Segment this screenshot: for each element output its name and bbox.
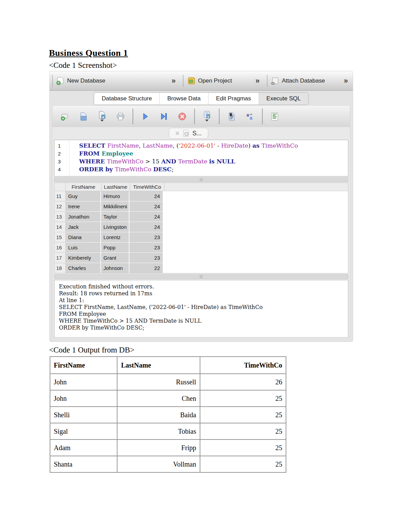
sql-tab-bar: × S... [52,127,350,140]
execute-current-line-button[interactable] [154,112,173,121]
result-row[interactable]: 13 Jonathon Taylor 24 [54,212,348,222]
toolbar-drag-handle[interactable] [51,75,54,87]
db-browser-window: + New Database » Open Project » [50,71,353,342]
svg-text:a: a [247,113,249,117]
open-sql-file-button[interactable] [74,112,93,121]
result-lastname-cell[interactable]: Popp [101,243,129,253]
result-lastname-cell[interactable]: Himuro [101,191,129,201]
line-number: 4 [54,165,69,173]
result-firstname-cell[interactable]: Jonathon [66,212,101,222]
new-database-button[interactable]: + New Database [54,75,108,87]
result-timewithco-cell[interactable]: 23 [129,243,163,253]
view-tab-execute-sql[interactable]: Execute SQL [259,93,308,104]
result-timewithco-cell[interactable]: 23 [129,253,163,263]
result-row[interactable]: 12 Irene Mikkilineni 24 [54,201,348,212]
export-doc-button[interactable] [222,112,241,121]
result-row[interactable]: 14 Jack Livingston 24 [54,222,348,232]
output-header-firstname: FirstName [50,357,117,374]
attach-database-label: Attach Database [282,77,325,84]
sql-editor[interactable]: 1234 SELECT FirstName, LastName, ('2022-… [54,140,348,176]
row-number: 14 [54,222,66,232]
result-firstname-cell[interactable]: Guy [66,191,101,201]
result-firstname-cell[interactable]: Luis [66,243,101,253]
result-row[interactable]: 15 Diana Lorentz 23 [54,232,348,243]
toolbar-separator [133,109,133,124]
execute-sql-button[interactable] [136,112,154,121]
results-log-splitter[interactable] [54,274,348,279]
results-header-row: FirstName LastName TimeWithCo [54,183,348,191]
save-results-dropdown-chevron-icon[interactable] [205,120,209,122]
result-firstname-cell[interactable]: Irene [66,201,101,212]
line-number-gutter: 1234 [54,140,70,176]
save-dropdown-chevron-icon[interactable] [100,120,104,122]
line-number: 2 [54,150,69,158]
find-replace-button[interactable]: a a [241,112,259,121]
execute-sql-panel: a a × S... [52,105,350,337]
open-project-button[interactable]: Open Project [185,75,235,87]
result-lastname-cell[interactable]: Johnson [101,263,129,273]
result-timewithco-cell[interactable]: 24 [129,201,163,212]
view-tab-browse-data[interactable]: Browse Data [160,93,208,104]
print-button[interactable] [111,112,130,121]
toolbar-group-attach: Attach Database » [264,71,353,90]
result-row[interactable]: 18 Charles Johnson 22 [54,263,348,273]
toolbar-overflow-chevron[interactable]: » [344,76,348,85]
result-timewithco-cell[interactable]: 23 [129,232,163,243]
result-row[interactable]: 17 Kimberely Grant 23 [54,253,348,263]
new-tab-button[interactable] [56,112,74,121]
new-database-label: New Database [67,77,105,84]
save-sql-file-button[interactable] [93,111,111,122]
result-firstname-cell[interactable]: Kimberely [66,253,101,263]
view-tab-edit-pragmas[interactable]: Edit Pragmas [209,93,259,104]
code1-screenshot-label: <Code 1 Screenshot> [49,61,117,70]
row-number: 13 [54,212,66,222]
output-table: FirstName LastName TimeWithCo John Russe… [50,356,286,473]
toolbar-group-database: + New Database » [50,71,180,90]
result-firstname-cell[interactable]: Charles [66,263,101,273]
output-firstname-cell: Shelli [50,407,117,423]
sql-tab[interactable]: × S... [169,128,208,139]
toolbar-drag-handle[interactable] [266,75,269,87]
output-firstname-cell: Shanta [50,456,117,472]
toolbar-separator [262,109,263,124]
result-firstname-cell[interactable]: Diana [66,232,101,243]
sql-code[interactable]: SELECT FirstName, LastName, ('2022-06-01… [70,140,298,176]
editor-results-splitter[interactable] [54,177,348,182]
result-lastname-cell[interactable]: Grant [101,253,129,263]
result-row[interactable]: 16 Luis Popp 23 [54,243,348,253]
result-lastname-cell[interactable]: Livingston [101,222,129,232]
log-line: FROM Employee [59,311,344,318]
sql-document-icon [183,130,189,137]
timewithco-column-header[interactable]: TimeWithCo [130,183,164,191]
view-tab-database-structure[interactable]: Database Structure [94,93,160,104]
sql-code-line: ORDER by TimeWithCo DESC; [79,165,298,173]
result-lastname-cell[interactable]: Lorentz [101,232,129,243]
result-timewithco-cell[interactable]: 24 [129,212,163,222]
output-table-row: Adam Fripp 25 [50,440,286,456]
firstname-column-header[interactable]: FirstName [66,183,101,191]
result-lastname-cell[interactable]: Mikkilineni [101,201,129,212]
close-tab-icon[interactable]: × [175,130,179,137]
result-timewithco-cell[interactable]: 24 [129,222,163,232]
line-number: 1 [54,142,69,150]
format-list-button[interactable] [265,112,284,121]
svg-text:a: a [250,115,252,121]
attach-database-button[interactable]: Attach Database [269,75,328,87]
result-firstname-cell[interactable]: Jack [66,222,101,232]
toolbar-overflow-chevron[interactable]: » [256,76,260,85]
toolbar-overflow-chevron[interactable]: » [172,76,176,85]
result-row[interactable]: 11 Guy Himuro 24 [54,191,348,201]
result-timewithco-cell[interactable]: 22 [129,263,163,273]
output-firstname-cell: John [50,390,117,407]
toolbar-drag-handle[interactable] [182,75,185,87]
save-results-button[interactable] [198,111,216,122]
sql-icon-toolbar: a a [52,106,350,127]
lastname-column-header[interactable]: LastName [101,183,130,191]
sql-code-line: FROM Employee [79,150,298,158]
attach-database-icon [271,77,279,85]
output-timewithco-cell: 25 [200,440,286,456]
stop-button[interactable] [173,112,191,121]
result-lastname-cell[interactable]: Taylor [101,212,129,222]
result-timewithco-cell[interactable]: 24 [129,191,163,201]
new-tab-icon [61,112,70,121]
